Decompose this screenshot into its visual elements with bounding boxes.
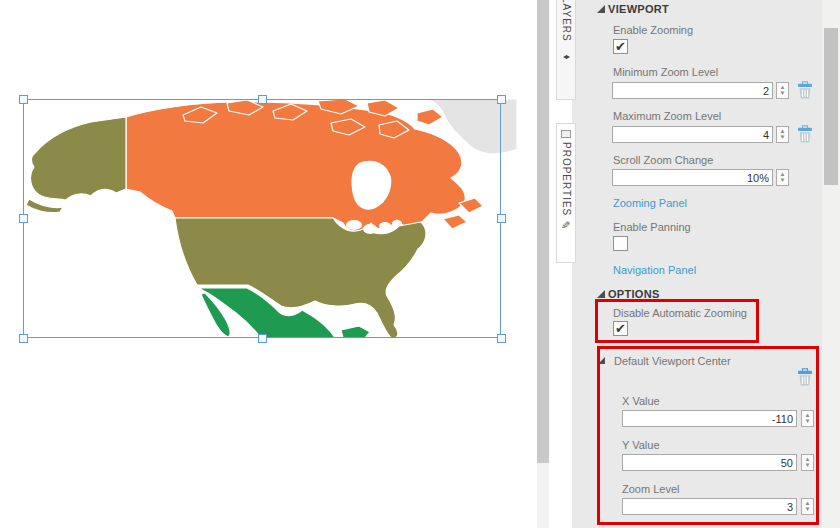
aleutians (26, 199, 63, 213)
enable-zooming-label: Enable Zooming (613, 24, 693, 36)
selection-handle-se[interactable] (497, 334, 506, 343)
selection-handle-n[interactable] (258, 95, 267, 104)
maximum-zoom-trash-icon[interactable] (797, 125, 813, 143)
maximum-zoom-level-input[interactable] (612, 126, 773, 143)
x-value-label: X Value (622, 395, 660, 407)
spinner-down-icon[interactable]: ▼ (780, 135, 786, 140)
spinner-down-icon[interactable]: ▼ (780, 178, 786, 183)
scrollbar-thumb[interactable] (824, 28, 838, 185)
minimum-zoom-level-label: Minimum Zoom Level (613, 66, 718, 78)
spinner-down-icon[interactable]: ▼ (805, 419, 811, 424)
enable-panning-checkbox[interactable] (613, 236, 628, 251)
section-options-title: OPTIONS (608, 288, 660, 300)
zoom-level-label: Zoom Level (622, 483, 679, 495)
y-value-spinner[interactable]: ▲ ▼ (801, 454, 814, 471)
disable-automatic-zooming-label: Disable Automatic Zooming (613, 307, 747, 319)
default-viewport-center-trash-icon[interactable] (797, 368, 813, 386)
scrollbar-thumb[interactable] (537, 0, 549, 463)
canada-region[interactable] (126, 102, 465, 231)
spinner-down-icon[interactable]: ▼ (805, 463, 811, 468)
alaska-region[interactable] (31, 117, 126, 200)
maximum-zoom-level-spinner[interactable]: ▲ ▼ (776, 126, 789, 143)
properties-panel: VIEWPORT Enable Zooming ✔ Minimum Zoom L… (572, 0, 822, 528)
scroll-zoom-change-label: Scroll Zoom Change (613, 154, 713, 166)
selection-handle-e[interactable] (497, 214, 506, 223)
design-canvas[interactable] (0, 0, 537, 528)
monitor-icon (561, 130, 571, 138)
scroll-zoom-change-spinner[interactable]: ▲ ▼ (776, 169, 789, 186)
selection-handle-nw[interactable] (19, 95, 28, 104)
zoom-level-spinner[interactable]: ▲ ▼ (801, 498, 814, 515)
spinner-down-icon[interactable]: ▼ (780, 91, 786, 96)
pencil-icon: ✎ (561, 220, 572, 230)
zoom-level-input[interactable] (622, 498, 797, 515)
tab-layers-label: LAYERS (561, 0, 572, 42)
enable-panning-label: Enable Panning (613, 221, 691, 233)
north-america-map (23, 99, 517, 338)
spinner-down-icon[interactable]: ▼ (805, 507, 811, 512)
viewport-expander-icon[interactable] (597, 5, 605, 13)
zooming-panel-link[interactable]: Zooming Panel (613, 197, 687, 209)
default-viewport-center-expander-icon[interactable] (598, 357, 605, 364)
map-item[interactable] (23, 99, 517, 338)
x-value-input[interactable] (622, 410, 797, 427)
options-expander-icon[interactable] (597, 290, 605, 298)
swap-arrows-icon: ◂▸ (563, 52, 569, 62)
enable-zooming-checkbox[interactable]: ✔ (613, 39, 628, 54)
default-viewport-center-title: Default Viewport Center (614, 355, 731, 367)
maximum-zoom-level-label: Maximum Zoom Level (613, 110, 721, 122)
x-value-spinner[interactable]: ▲ ▼ (801, 410, 814, 427)
selection-handle-sw[interactable] (19, 334, 28, 343)
minimum-zoom-level-spinner[interactable]: ▲ ▼ (776, 82, 789, 99)
section-viewport-title: VIEWPORT (608, 3, 669, 15)
y-value-label: Y Value (622, 439, 660, 451)
selection-handle-w[interactable] (19, 214, 28, 223)
section-options-header: OPTIONS (572, 287, 822, 301)
selection-handle-ne[interactable] (497, 95, 506, 104)
tab-properties-label: PROPERTIES (561, 142, 572, 216)
panel-vertical-scrollbar[interactable] (822, 0, 840, 528)
disable-automatic-zooming-checkbox[interactable]: ✔ (613, 321, 628, 336)
selection-handle-s[interactable] (258, 334, 267, 343)
section-viewport-header: VIEWPORT (572, 2, 822, 16)
tab-layers[interactable]: LAYERS ◂▸ (556, 0, 576, 100)
default-viewport-center-header: Default Viewport Center (572, 354, 822, 368)
y-value-input[interactable] (622, 454, 797, 471)
tab-properties[interactable]: PROPERTIES ✎ (556, 123, 576, 263)
yucatan (341, 326, 370, 338)
side-tabstrip: LAYERS ◂▸ PROPERTIES ✎ (549, 0, 572, 528)
navigation-panel-link[interactable]: Navigation Panel (613, 264, 696, 276)
scroll-zoom-change-input[interactable] (612, 169, 773, 186)
canvas-vertical-scrollbar[interactable] (537, 0, 549, 528)
minimum-zoom-trash-icon[interactable] (797, 81, 813, 99)
minimum-zoom-level-input[interactable] (612, 82, 773, 99)
